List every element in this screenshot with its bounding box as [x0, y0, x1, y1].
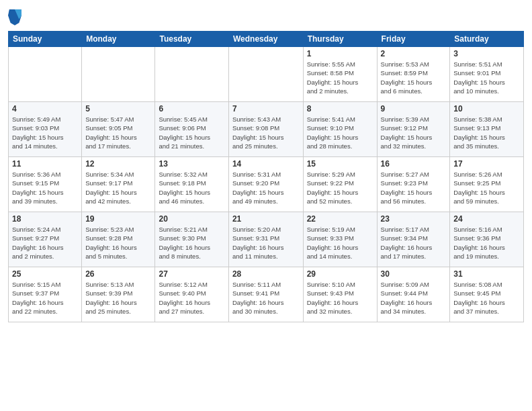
calendar-cell: 15Sunrise: 5:29 AM Sunset: 9:22 PM Dayli… [303, 157, 377, 212]
day-info: Sunrise: 5:31 AM Sunset: 9:20 PM Dayligh… [232, 170, 300, 205]
weekday-header-tuesday: Tuesday [155, 32, 228, 47]
calendar-week-4: 18Sunrise: 5:24 AM Sunset: 9:27 PM Dayli… [9, 212, 524, 267]
calendar-cell: 14Sunrise: 5:31 AM Sunset: 9:20 PM Dayli… [228, 157, 303, 212]
day-info: Sunrise: 5:41 AM Sunset: 9:10 PM Dayligh… [307, 115, 373, 150]
day-info: Sunrise: 5:11 AM Sunset: 9:41 PM Dayligh… [232, 280, 300, 316]
day-number: 28 [232, 269, 300, 279]
weekday-header-thursday: Thursday [303, 32, 377, 47]
day-number: 22 [307, 214, 373, 224]
logo-icon [8, 7, 21, 26]
day-info: Sunrise: 5:13 AM Sunset: 9:39 PM Dayligh… [85, 280, 151, 316]
day-info: Sunrise: 5:45 AM Sunset: 9:06 PM Dayligh… [159, 115, 224, 150]
day-info: Sunrise: 5:38 AM Sunset: 9:13 PM Dayligh… [453, 115, 520, 150]
calendar-cell [155, 47, 228, 102]
calendar-cell [228, 47, 303, 102]
day-number: 31 [453, 269, 520, 279]
day-info: Sunrise: 5:32 AM Sunset: 9:18 PM Dayligh… [159, 170, 224, 205]
calendar-cell: 12Sunrise: 5:34 AM Sunset: 9:17 PM Dayli… [82, 157, 155, 212]
calendar-cell: 3Sunrise: 5:51 AM Sunset: 9:01 PM Daylig… [450, 47, 524, 102]
day-info: Sunrise: 5:36 AM Sunset: 9:15 PM Dayligh… [12, 170, 78, 205]
day-number: 27 [159, 269, 224, 279]
day-info: Sunrise: 5:53 AM Sunset: 8:59 PM Dayligh… [381, 60, 447, 95]
page: SundayMondayTuesdayWednesdayThursdayFrid… [0, 0, 532, 411]
day-number: 9 [381, 104, 447, 113]
day-number: 24 [453, 214, 520, 224]
day-info: Sunrise: 5:51 AM Sunset: 9:01 PM Dayligh… [453, 60, 520, 95]
calendar-cell: 22Sunrise: 5:19 AM Sunset: 9:33 PM Dayli… [303, 212, 377, 267]
calendar-cell: 5Sunrise: 5:47 AM Sunset: 9:05 PM Daylig… [82, 102, 155, 157]
weekday-header-sunday: Sunday [9, 32, 82, 47]
calendar-cell: 4Sunrise: 5:49 AM Sunset: 9:03 PM Daylig… [9, 102, 82, 157]
day-number: 7 [232, 104, 300, 113]
weekday-header-row: SundayMondayTuesdayWednesdayThursdayFrid… [9, 32, 524, 47]
calendar-cell: 23Sunrise: 5:17 AM Sunset: 9:34 PM Dayli… [377, 212, 450, 267]
day-info: Sunrise: 5:21 AM Sunset: 9:30 PM Dayligh… [159, 225, 224, 261]
day-number: 21 [232, 214, 300, 224]
calendar-cell: 21Sunrise: 5:20 AM Sunset: 9:31 PM Dayli… [228, 212, 303, 267]
weekday-header-saturday: Saturday [450, 32, 524, 47]
day-info: Sunrise: 5:29 AM Sunset: 9:22 PM Dayligh… [307, 170, 373, 205]
day-info: Sunrise: 5:43 AM Sunset: 9:08 PM Dayligh… [232, 115, 300, 150]
day-info: Sunrise: 5:17 AM Sunset: 9:34 PM Dayligh… [381, 225, 447, 261]
header [8, 7, 524, 26]
weekday-header-friday: Friday [377, 32, 450, 47]
calendar-cell: 13Sunrise: 5:32 AM Sunset: 9:18 PM Dayli… [155, 157, 228, 212]
calendar-cell: 27Sunrise: 5:12 AM Sunset: 9:40 PM Dayli… [155, 267, 228, 322]
day-number: 18 [12, 214, 78, 224]
day-info: Sunrise: 5:23 AM Sunset: 9:28 PM Dayligh… [85, 225, 151, 261]
day-info: Sunrise: 5:10 AM Sunset: 9:43 PM Dayligh… [307, 280, 373, 316]
weekday-header-wednesday: Wednesday [228, 32, 303, 47]
day-number: 2 [381, 49, 447, 58]
day-info: Sunrise: 5:55 AM Sunset: 8:58 PM Dayligh… [307, 60, 373, 95]
calendar-cell: 9Sunrise: 5:39 AM Sunset: 9:12 PM Daylig… [377, 102, 450, 157]
day-number: 25 [12, 269, 78, 279]
day-number: 15 [307, 159, 373, 169]
day-info: Sunrise: 5:20 AM Sunset: 9:31 PM Dayligh… [232, 225, 300, 261]
day-info: Sunrise: 5:19 AM Sunset: 9:33 PM Dayligh… [307, 225, 373, 261]
day-info: Sunrise: 5:49 AM Sunset: 9:03 PM Dayligh… [12, 115, 78, 150]
weekday-header-monday: Monday [82, 32, 155, 47]
day-number: 30 [381, 269, 447, 279]
day-info: Sunrise: 5:27 AM Sunset: 9:23 PM Dayligh… [381, 170, 447, 205]
day-number: 17 [453, 159, 520, 169]
calendar-cell: 17Sunrise: 5:26 AM Sunset: 9:25 PM Dayli… [450, 157, 524, 212]
calendar-cell: 8Sunrise: 5:41 AM Sunset: 9:10 PM Daylig… [303, 102, 377, 157]
calendar-cell: 11Sunrise: 5:36 AM Sunset: 9:15 PM Dayli… [9, 157, 82, 212]
calendar: SundayMondayTuesdayWednesdayThursdayFrid… [8, 31, 524, 322]
calendar-cell: 28Sunrise: 5:11 AM Sunset: 9:41 PM Dayli… [228, 267, 303, 322]
calendar-cell: 16Sunrise: 5:27 AM Sunset: 9:23 PM Dayli… [377, 157, 450, 212]
day-number: 19 [85, 214, 151, 224]
calendar-week-5: 25Sunrise: 5:15 AM Sunset: 9:37 PM Dayli… [9, 267, 524, 322]
calendar-cell: 24Sunrise: 5:16 AM Sunset: 9:36 PM Dayli… [450, 212, 524, 267]
day-info: Sunrise: 5:16 AM Sunset: 9:36 PM Dayligh… [453, 225, 520, 261]
calendar-cell [9, 47, 82, 102]
calendar-cell: 29Sunrise: 5:10 AM Sunset: 9:43 PM Dayli… [303, 267, 377, 322]
day-info: Sunrise: 5:15 AM Sunset: 9:37 PM Dayligh… [12, 280, 78, 316]
day-info: Sunrise: 5:24 AM Sunset: 9:27 PM Dayligh… [12, 225, 78, 261]
day-info: Sunrise: 5:39 AM Sunset: 9:12 PM Dayligh… [381, 115, 447, 150]
day-number: 5 [85, 104, 151, 113]
day-info: Sunrise: 5:08 AM Sunset: 9:45 PM Dayligh… [453, 280, 520, 316]
day-number: 8 [307, 104, 373, 113]
calendar-cell: 2Sunrise: 5:53 AM Sunset: 8:59 PM Daylig… [377, 47, 450, 102]
calendar-cell: 31Sunrise: 5:08 AM Sunset: 9:45 PM Dayli… [450, 267, 524, 322]
calendar-cell: 10Sunrise: 5:38 AM Sunset: 9:13 PM Dayli… [450, 102, 524, 157]
day-number: 10 [453, 104, 520, 113]
day-info: Sunrise: 5:47 AM Sunset: 9:05 PM Dayligh… [85, 115, 151, 150]
calendar-cell: 6Sunrise: 5:45 AM Sunset: 9:06 PM Daylig… [155, 102, 228, 157]
calendar-cell [82, 47, 155, 102]
day-number: 4 [12, 104, 78, 113]
day-number: 23 [381, 214, 447, 224]
calendar-week-1: 1Sunrise: 5:55 AM Sunset: 8:58 PM Daylig… [9, 47, 524, 102]
logo [8, 7, 24, 26]
day-number: 3 [453, 49, 520, 58]
calendar-cell: 19Sunrise: 5:23 AM Sunset: 9:28 PM Dayli… [82, 212, 155, 267]
day-info: Sunrise: 5:09 AM Sunset: 9:44 PM Dayligh… [381, 280, 447, 316]
day-number: 6 [159, 104, 224, 113]
day-number: 13 [159, 159, 224, 169]
day-number: 20 [159, 214, 224, 224]
calendar-cell: 20Sunrise: 5:21 AM Sunset: 9:30 PM Dayli… [155, 212, 228, 267]
calendar-cell: 26Sunrise: 5:13 AM Sunset: 9:39 PM Dayli… [82, 267, 155, 322]
day-number: 12 [85, 159, 151, 169]
day-number: 11 [12, 159, 78, 169]
